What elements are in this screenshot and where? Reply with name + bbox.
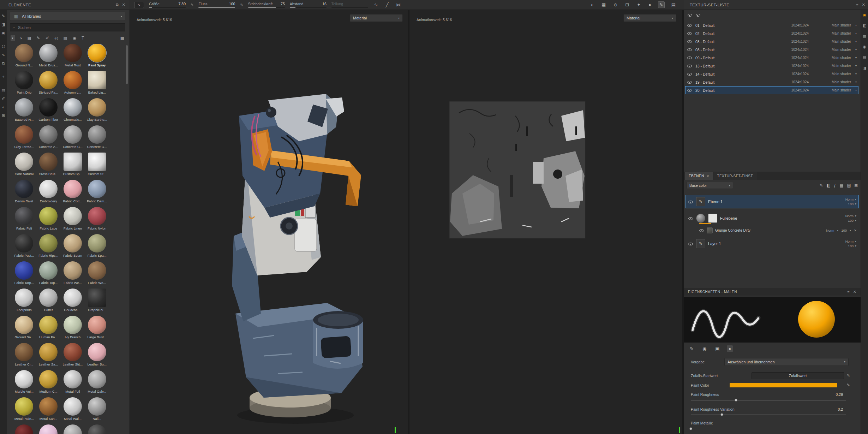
- brush-flow-slider[interactable]: Fluss 100: [198, 2, 235, 8]
- material-item[interactable]: Fabric Tarp...: [13, 261, 35, 289]
- filter-smart-masks-icon[interactable]: ▩: [26, 35, 32, 41]
- smudge-tool-icon[interactable]: ∿: [2, 53, 5, 57]
- material-item[interactable]: Leather Stit...: [61, 343, 84, 370]
- brush-size-slider[interactable]: Größe 7.89: [149, 2, 186, 8]
- tab-texture-set-settings[interactable]: TEXTUR-SET-EINST.: [713, 172, 757, 180]
- layer-row-layer-1[interactable]: ✎ Layer 1 Norm▾ 100▾: [686, 237, 859, 250]
- material-item[interactable]: Embroidery: [37, 180, 60, 207]
- symmetry-icon[interactable]: ⋈: [395, 2, 402, 8]
- grid-snap-icon[interactable]: ▦: [600, 2, 607, 8]
- eraser-tool-icon[interactable]: ◨: [1, 23, 5, 26]
- layer-visibility-eye-icon[interactable]: [688, 242, 693, 246]
- delete-layer-icon[interactable]: ⊟: [854, 183, 858, 188]
- alpha-tab[interactable]: ◉: [701, 345, 708, 352]
- material-item[interactable]: Custom Sp...: [61, 153, 84, 180]
- material-item[interactable]: Metal Wal...: [61, 397, 84, 424]
- texture-set-shader[interactable]: Main shader: [809, 31, 851, 35]
- visibility-eye-icon[interactable]: [687, 23, 692, 28]
- material-item[interactable]: Nail...: [86, 397, 108, 424]
- texture-set-row[interactable]: 20 - Default 1024x1024 Main shader ▾: [685, 86, 858, 94]
- material-item[interactable]: Metal Foil: [61, 370, 84, 397]
- viewport-shading-icon[interactable]: ◐: [590, 2, 595, 8]
- material-item[interactable]: Metal Patin...: [13, 397, 35, 424]
- stroke-opacity-slider[interactable]: Strichdeckkraft 75: [248, 2, 285, 8]
- add-mask-icon[interactable]: ✎: [820, 183, 823, 188]
- timeline-icon[interactable]: ⊙: [612, 2, 618, 8]
- blend-mode[interactable]: Norm: [845, 239, 854, 243]
- material-item[interactable]: Chromatic...: [61, 98, 84, 125]
- texture-set-row[interactable]: 03 - Default 1024x1024 Main shader ▾: [685, 37, 858, 46]
- dock-layers-icon[interactable]: ◧: [863, 23, 866, 28]
- channel-dropdown[interactable]: Base color ▾: [687, 182, 733, 189]
- paint-tool-icon[interactable]: ✎: [2, 14, 5, 18]
- material-item[interactable]: [61, 424, 84, 434]
- material-item[interactable]: Glitter: [37, 289, 60, 316]
- tab-layers[interactable]: EBENEN ✕: [685, 172, 713, 180]
- layer-visibility-eye-icon[interactable]: [688, 200, 693, 204]
- material-item[interactable]: Metal Galv...: [86, 370, 108, 397]
- material-item[interactable]: Fabric Linen: [61, 207, 84, 234]
- material-item[interactable]: Fabric Top...: [37, 261, 60, 289]
- texture-set-shader[interactable]: Main shader: [809, 23, 851, 27]
- material-item[interactable]: Gouache ...: [61, 289, 84, 316]
- projection-tool-icon[interactable]: ▣: [1, 31, 5, 35]
- search-input[interactable]: [17, 25, 122, 30]
- material-item[interactable]: Fabric Pust...: [13, 234, 35, 261]
- shader-sphere-icon[interactable]: ●: [647, 2, 652, 8]
- undock-panel-icon[interactable]: ⧉: [116, 2, 119, 7]
- material-item[interactable]: Baked Lig...: [86, 71, 108, 98]
- blend-mode[interactable]: Norm: [845, 197, 854, 201]
- material-item[interactable]: Clay Terrac...: [13, 125, 35, 153]
- layer-opacity[interactable]: 100: [848, 219, 854, 222]
- filter-materials-icon[interactable]: ◐: [11, 35, 15, 41]
- material-item[interactable]: Fabric Spa...: [86, 234, 108, 261]
- material-item[interactable]: Leather Sa...: [37, 343, 60, 370]
- material-item[interactable]: Fabric We...: [61, 261, 84, 289]
- material-item[interactable]: Paint Drip: [13, 71, 35, 98]
- roughness-variation-slider[interactable]: [684, 413, 861, 416]
- panel-menu-icon[interactable]: ≡: [847, 290, 849, 294]
- material-item[interactable]: Ground N...: [13, 44, 35, 71]
- smart-material-tool-icon[interactable]: ▤: [1, 88, 5, 92]
- material-item[interactable]: Human Fa...: [37, 316, 60, 343]
- material-item[interactable]: Footprints: [13, 289, 35, 316]
- roughness-slider[interactable]: [684, 398, 861, 402]
- layer-blend-controls[interactable]: Norm▾ 100▾: [845, 239, 856, 248]
- material-item[interactable]: Cork Natural: [13, 153, 35, 180]
- layer-blend-controls[interactable]: Norm▾ 100▾: [845, 214, 856, 222]
- texture-set-shader[interactable]: Main shader: [809, 80, 851, 84]
- texture-set-row[interactable]: 01 - Default 1024x1024 Main shader ▾: [685, 21, 858, 29]
- material-item[interactable]: Metal Brus...: [37, 44, 60, 71]
- dock-assets-icon[interactable]: ▦: [863, 34, 866, 38]
- texture-set-row[interactable]: 08 - Default 1024x1024 Main shader ▾: [685, 46, 858, 54]
- falloff-curve-icon[interactable]: ∿: [373, 2, 379, 8]
- material-item[interactable]: Leather Su...: [86, 343, 108, 370]
- preset-dropdown[interactable]: Auswählen und übernehmen ▾: [724, 358, 849, 366]
- material-item[interactable]: Large Rust...: [86, 316, 108, 343]
- asset-search[interactable]: ⌕: [10, 23, 125, 31]
- edit-pen-icon[interactable]: ✎: [847, 383, 850, 387]
- material-item[interactable]: Denim Rivet: [13, 180, 35, 207]
- texture-set-row[interactable]: 02 - Default 1024x1024 Main shader ▾: [685, 29, 858, 37]
- filter-smart-materials-icon[interactable]: ◑: [18, 35, 23, 41]
- add-fill-layer-icon[interactable]: ◧: [826, 183, 830, 188]
- brush-settings-tab[interactable]: ✎: [688, 345, 695, 352]
- blend-mode[interactable]: Norm: [826, 228, 834, 232]
- metallic-slider[interactable]: [684, 427, 861, 430]
- texture-set-shader[interactable]: Main shader: [809, 40, 851, 43]
- material-item[interactable]: Fabric Rips...: [37, 234, 60, 261]
- 3d-viewport[interactable]: Animationszeit: 5.616 Material ▾: [130, 10, 408, 434]
- material-item[interactable]: Concrete C...: [61, 125, 84, 153]
- close-panel-icon[interactable]: ✕: [862, 2, 865, 7]
- spacing-slider[interactable]: Abstand 16: [290, 2, 327, 8]
- material-item[interactable]: Concrete C...: [86, 125, 108, 153]
- brush-preview-icon[interactable]: ∿: [134, 2, 144, 8]
- layer-opacity[interactable]: 100: [848, 244, 854, 248]
- view-mode-dropdown-2d[interactable]: Material ▾: [623, 14, 676, 22]
- close-panel-icon[interactable]: ✕: [853, 290, 856, 294]
- add-group-icon[interactable]: ▤: [847, 183, 851, 188]
- roughness-variation-value[interactable]: 0.2: [838, 407, 843, 411]
- size-pressure-icon[interactable]: ✎: [191, 3, 193, 7]
- material-item[interactable]: [13, 424, 35, 434]
- dock-properties-icon[interactable]: ◉: [863, 44, 866, 49]
